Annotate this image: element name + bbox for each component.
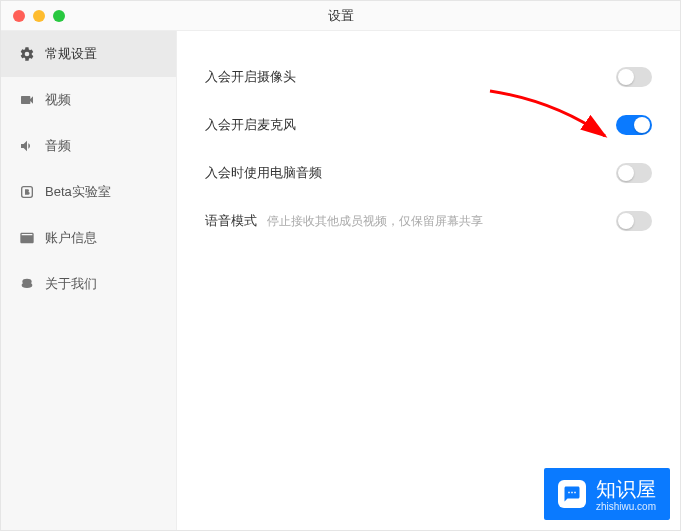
setting-label: 语音模式 停止接收其他成员视频，仅保留屏幕共享: [205, 212, 483, 230]
window-controls: [1, 10, 65, 22]
sidebar-item-label: Beta实验室: [45, 183, 111, 201]
sidebar-item-about[interactable]: 关于我们: [1, 261, 176, 307]
watermark-url: zhishiwu.com: [596, 501, 656, 512]
sidebar-item-label: 音频: [45, 137, 71, 155]
main-panel: 入会开启摄像头 入会开启麦克风 入会时使用电脑音频 语音模式 停止接收其他成员视…: [177, 31, 680, 530]
setting-label: 入会开启麦克风: [205, 116, 296, 134]
setting-pc-audio: 入会时使用电脑音频: [205, 149, 652, 197]
window-title: 设置: [328, 7, 354, 25]
watermark-banner: 知识屋 zhishiwu.com: [544, 468, 670, 520]
about-icon: [19, 276, 35, 292]
setting-voice-mode: 语音模式 停止接收其他成员视频，仅保留屏幕共享: [205, 197, 652, 245]
speaker-icon: [19, 138, 35, 154]
voice-mode-title: 语音模式: [205, 212, 257, 230]
setting-microphone: 入会开启麦克风: [205, 101, 652, 149]
video-icon: [19, 92, 35, 108]
watermark-label: 知识屋: [596, 478, 656, 500]
sidebar-item-audio[interactable]: 音频: [1, 123, 176, 169]
setting-camera: 入会开启摄像头: [205, 53, 652, 101]
sidebar-item-label: 视频: [45, 91, 71, 109]
sidebar-item-video[interactable]: 视频: [1, 77, 176, 123]
toggle-voice-mode[interactable]: [616, 211, 652, 231]
sidebar: 常规设置 视频 音频 Beta实验室 账户信息: [1, 31, 177, 530]
toggle-pc-audio[interactable]: [616, 163, 652, 183]
watermark-text: 知识屋 zhishiwu.com: [596, 476, 656, 512]
gear-icon: [19, 46, 35, 62]
toggle-microphone[interactable]: [616, 115, 652, 135]
titlebar: 设置: [1, 1, 680, 31]
sidebar-item-beta[interactable]: Beta实验室: [1, 169, 176, 215]
sidebar-item-account[interactable]: 账户信息: [1, 215, 176, 261]
setting-label: 入会开启摄像头: [205, 68, 296, 86]
card-icon: [19, 230, 35, 246]
sidebar-item-label: 账户信息: [45, 229, 97, 247]
beta-icon: [19, 184, 35, 200]
setting-label: 入会时使用电脑音频: [205, 164, 322, 182]
sidebar-item-label: 常规设置: [45, 45, 97, 63]
voice-mode-desc: 停止接收其他成员视频，仅保留屏幕共享: [267, 213, 483, 230]
content: 常规设置 视频 音频 Beta实验室 账户信息: [1, 31, 680, 530]
sidebar-item-label: 关于我们: [45, 275, 97, 293]
maximize-icon[interactable]: [53, 10, 65, 22]
toggle-camera[interactable]: [616, 67, 652, 87]
close-icon[interactable]: [13, 10, 25, 22]
watermark-chat-icon: [558, 480, 586, 508]
minimize-icon[interactable]: [33, 10, 45, 22]
sidebar-item-general[interactable]: 常规设置: [1, 31, 176, 77]
